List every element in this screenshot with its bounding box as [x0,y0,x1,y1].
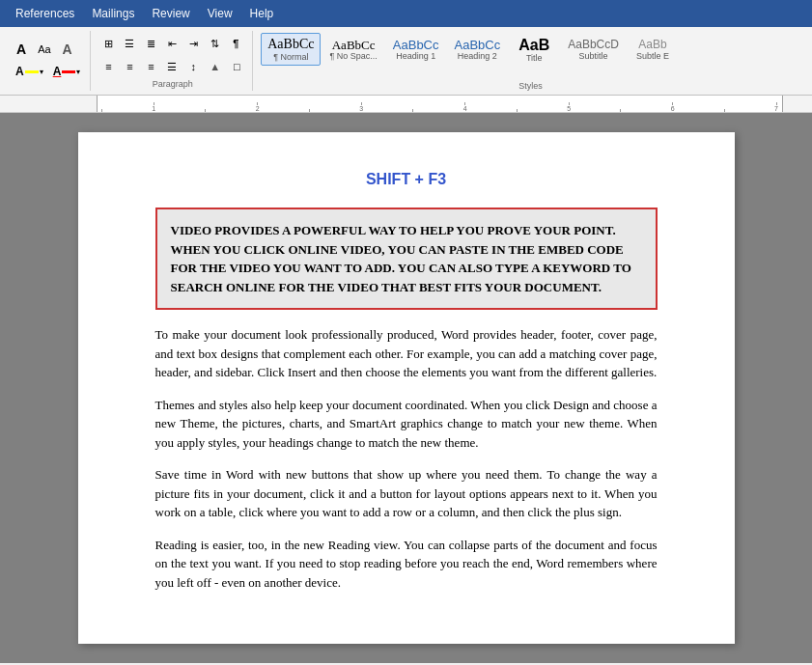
justify-btn[interactable]: ☰ [162,56,182,77]
ruler-ticks: 1 2 3 4 5 6 7 [98,102,782,112]
highlighted-text-block[interactable]: VIDEO PROVIDES A POWERFUL WAY TO HELP YO… [155,208,658,310]
paragraph-2[interactable]: Themes and styles also help keep your do… [155,396,658,453]
tick-8 [517,109,518,112]
highlight-color [25,70,39,73]
paragraph-4[interactable]: Reading is easier, too, in the new Readi… [155,536,658,593]
tick-0 [101,109,102,112]
styles-row: AaBbCc ¶ Normal AaBbCc ¶ No Spac... AaBb… [261,31,800,79]
style-title[interactable]: AaB Title [509,33,559,66]
style-normal[interactable]: AaBbCc ¶ Normal [261,33,321,66]
tick-13: 7 [774,102,778,112]
font-color-icon: A [53,65,62,78]
styles-group-label: Styles [261,79,800,91]
tick-6 [412,109,413,112]
style-subtitle-label: Subtitle [579,52,608,61]
tick-10 [620,109,621,112]
decrease-indent-btn[interactable]: ⇤ [162,33,182,54]
paragraph-1[interactable]: To make your document look professionall… [155,325,658,382]
font-group-label [12,81,84,83]
shading-btn[interactable]: ▲ [205,56,225,77]
font-aa-btn[interactable]: Aa [33,39,55,60]
font-row2: A ▾ A ▾ [12,62,84,81]
increase-indent-btn[interactable]: ⇥ [183,33,203,54]
font-symbol-btn[interactable]: A [58,39,77,60]
font-rows: A Aa A A ▾ A ▾ [12,39,84,81]
ruler: 1 2 3 4 5 6 7 [0,96,812,113]
align-left-btn[interactable]: ≡ [98,56,118,77]
tick-9: 5 [567,102,571,112]
menu-references[interactable]: References [8,3,82,24]
style-heading2-preview: AaBbCc [455,38,501,53]
menu-view[interactable]: View [200,3,240,24]
styles-group: AaBbCc ¶ Normal AaBbCc ¶ No Spac... AaBb… [255,31,806,91]
tick-3: 2 [256,102,260,112]
ribbon-content: A Aa A A ▾ A ▾ [0,27,812,95]
style-normal-preview: AaBbCc [267,37,314,53]
style-no-space-preview: AaBbCc [332,38,376,53]
highlight-icon: A [15,65,24,78]
menu-help[interactable]: Help [242,3,282,24]
line-spacing-btn[interactable]: ↕ [183,56,203,77]
menu-review[interactable]: Review [144,3,197,24]
document-area: SHIFT + F3 VIDEO PROVIDES A POWERFUL WAY… [0,113,812,663]
center-btn[interactable]: ≡ [120,56,139,77]
style-subtitle-preview: AaBbCcD [568,38,619,51]
highlight-btn[interactable]: A ▾ [12,62,47,81]
paragraph-group-label: Paragraph [98,77,246,89]
style-subtle-e-label: Subtle E [636,52,669,61]
menu-mailings[interactable]: Mailings [84,3,142,24]
font-color-bar [62,70,75,73]
style-subtle-e[interactable]: AaBb Subtle E [628,33,678,66]
tick-4 [309,109,310,112]
style-title-label: Title [526,54,543,63]
style-heading1[interactable]: AaBbCc Heading 1 [386,33,446,66]
font-row1: A Aa A [12,39,84,60]
bullets-btn[interactable]: ⊞ [98,33,118,54]
numbered-btn[interactable]: ☰ [120,33,139,54]
align-right-btn[interactable]: ≡ [141,56,160,77]
font-color-dropdown[interactable]: ▾ [76,68,80,76]
style-normal-label: ¶ Normal [273,53,308,62]
style-heading1-label: Heading 1 [396,52,435,61]
tick-12 [724,109,725,112]
sort-btn[interactable]: ⇅ [205,33,224,54]
outline-btn[interactable]: ≣ [141,33,160,54]
menu-bar: References Mailings Review View Help [0,0,812,27]
shift-f3-label: SHIFT + F3 [155,171,658,188]
font-size-small-btn[interactable]: A [12,39,31,60]
tick-5: 3 [359,102,363,112]
font-group: A Aa A A ▾ A ▾ [6,31,91,91]
tick-11: 6 [671,102,675,112]
tick-1: 1 [152,102,155,112]
ribbon: A Aa A A ▾ A ▾ [0,27,812,96]
paragraph-3[interactable]: Save time in Word with new buttons that … [155,465,658,522]
tick-2 [205,109,206,112]
style-subtitle[interactable]: AaBbCcD Subtitle [561,33,626,66]
ruler-inner: 1 2 3 4 5 6 7 [97,96,783,112]
tick-7: 4 [463,102,467,112]
paragraph-group: ⊞ ☰ ≣ ⇤ ⇥ ⇅ ¶ ≡ ≡ ≡ ☰ ↕ ▲ □ Pa [93,31,253,91]
para-row1: ⊞ ☰ ≣ ⇤ ⇥ ⇅ ¶ [98,33,246,54]
show-hide-btn[interactable]: ¶ [226,33,245,54]
style-heading2[interactable]: AaBbCc Heading 2 [448,33,508,66]
highlight-dropdown[interactable]: ▾ [40,68,43,76]
style-subtle-e-preview: AaBb [638,38,666,51]
style-heading2-label: Heading 2 [458,52,497,61]
border-btn[interactable]: □ [227,56,246,77]
style-heading1-preview: AaBbCc [393,38,439,53]
font-color-btn[interactable]: A ▾ [49,62,85,81]
style-no-space-label: ¶ No Spac... [329,52,377,61]
style-no-space[interactable]: AaBbCc ¶ No Spac... [322,33,383,66]
para-rows: ⊞ ☰ ≣ ⇤ ⇥ ⇅ ¶ ≡ ≡ ≡ ☰ ↕ ▲ □ [98,33,246,77]
document-page[interactable]: SHIFT + F3 VIDEO PROVIDES A POWERFUL WAY… [78,132,735,644]
para-row2: ≡ ≡ ≡ ☰ ↕ ▲ □ [98,56,246,77]
style-title-preview: AaB [518,36,549,54]
